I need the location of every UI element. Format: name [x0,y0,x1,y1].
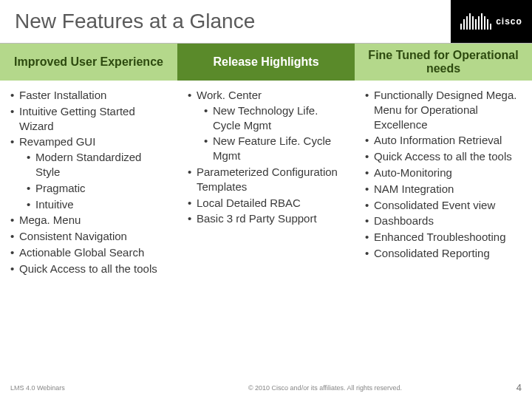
column-body-ux: Faster Installation Intuitive Getting St… [0,81,177,282]
list-item: Faster Installation [10,88,167,103]
list-item: New Feature Life. Cycle Mgmt [204,134,344,163]
column-body-ops: Functionally Designed Mega. Menu for Ope… [355,81,532,267]
list-item: Pragmatic [27,181,167,196]
slide-title: New Features at a Glance [15,10,255,33]
cisco-logo-text: cisco [496,16,522,27]
list-item: Intuitive Getting Started Wizard [10,104,167,134]
list-item: Intuitive [27,197,167,212]
list-item: Mega. Menu [10,213,167,228]
list-release: Work. Center New Technology Life. Cycle … [188,88,344,226]
cisco-logo: cisco [451,0,532,43]
list-item: Modern Standardized Style [27,150,167,180]
column-release: Release Highlights Work. Center New Tech… [177,44,355,282]
list-item: Basic 3 rd Party Support [188,211,344,226]
title-bar: New Features at a Glance cisco [0,0,532,44]
list-item: New Technology Life. Cycle Mgmt [204,103,344,133]
list-item: Enhanced Troubleshooting [365,230,522,245]
list-item: Work. Center New Technology Life. Cycle … [188,88,344,163]
column-header-release: Release Highlights [177,44,355,81]
footer-left: LMS 4.0 Webinars [0,384,158,392]
column-ops: Fine Tuned for Operational needs Functio… [355,44,532,282]
footer: LMS 4.0 Webinars © 2010 Cisco and/or its… [0,382,532,393]
column-ux: Improved User Experience Faster Installa… [0,44,177,282]
columns-container: Improved User Experience Faster Installa… [0,44,532,282]
list-item: Parameterized Configuration Templates [188,165,344,194]
list-item: Dashboards [365,214,522,228]
list-item: Local Detailed RBAC [188,196,344,211]
list-item: Consistent Navigation [10,229,167,244]
list-item: Revamped GUI Modern Standardized Style P… [10,134,167,211]
page-number: 4 [492,382,532,393]
list-item: Quick Access to all the tools [365,149,522,164]
list-item: Actionable Global Search [10,245,167,260]
list-ops: Functionally Designed Mega. Menu for Ope… [365,88,522,261]
list-item: Consolidated Event view [365,198,522,213]
cisco-bars-icon [460,13,491,30]
list-item: Quick Access to all the tools [10,262,167,276]
column-body-release: Work. Center New Technology Life. Cycle … [177,81,355,232]
footer-copyright: © 2010 Cisco and/or its affiliates. All … [158,384,492,392]
list-ux: Faster Installation Intuitive Getting St… [10,88,167,276]
list-item: Auto-Monitoring [365,166,522,180]
list-item: Functionally Designed Mega. Menu for Ope… [365,88,522,132]
list-item: NAM Integration [365,182,522,197]
list-item: Auto Information Retrieval [365,133,522,148]
column-header-ux: Improved User Experience [0,44,177,81]
list-item: Consolidated Reporting [365,246,522,261]
column-header-ops: Fine Tuned for Operational needs [355,44,532,81]
